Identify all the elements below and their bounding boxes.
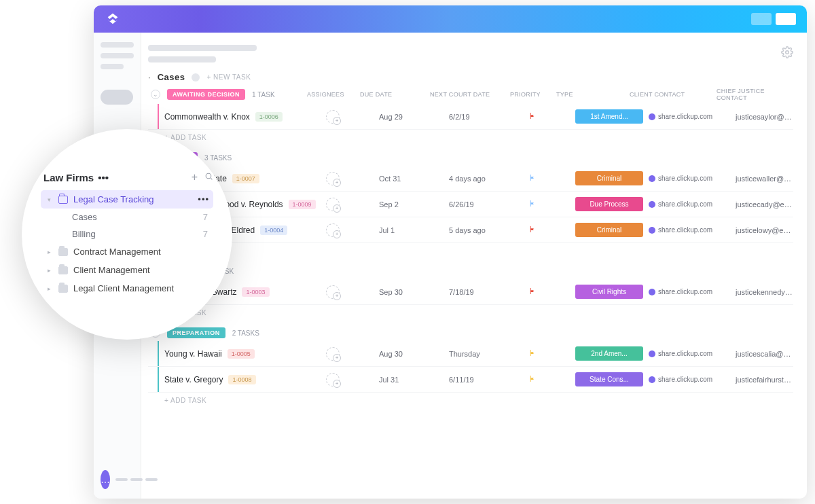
column-header[interactable]: CHIEF JUSTICE CONTACT (717, 88, 793, 101)
chief-justice-cell[interactable]: justicefairhurst@example.com (736, 376, 793, 384)
chief-justice-cell[interactable]: justicekennedy@example.com (736, 288, 793, 296)
sidebar-folder-item[interactable]: ▾ Legal Case Tracking ••• (41, 190, 213, 209)
court-date-cell[interactable]: Thursday (449, 350, 524, 358)
client-contact-cell[interactable]: share.clickup.com (649, 350, 730, 357)
type-pill[interactable]: Criminal (575, 223, 643, 237)
court-date-cell[interactable]: 6/26/19 (449, 200, 524, 209)
caret-icon[interactable]: ▾ (48, 196, 53, 203)
more-icon[interactable]: ••• (98, 172, 109, 183)
chat-icon[interactable]: … (101, 470, 110, 489)
column-header[interactable]: ASSIGNEES (307, 91, 355, 98)
task-id-badge[interactable]: 1-0009 (289, 200, 316, 209)
task-name[interactable]: State v. Gregory (164, 375, 223, 384)
type-pill[interactable]: Criminal (575, 171, 643, 185)
assignee-add-icon[interactable] (326, 285, 340, 299)
sidebar-list-item[interactable]: Cases7 (41, 209, 213, 226)
task-row[interactable]: Commonwealth v. Knox 1-0006 Aug 29 6/2/1… (148, 104, 793, 130)
chief-justice-cell[interactable]: justicewaller@example.com (736, 175, 793, 183)
court-date-cell[interactable]: 6/11/19 (449, 376, 524, 384)
priority-flag-icon[interactable] (529, 226, 570, 234)
add-icon[interactable]: + (192, 171, 198, 183)
court-date-cell[interactable]: 6/2/19 (449, 113, 524, 121)
sidebar-folder-item[interactable]: ▸ Legal Client Management (41, 279, 213, 298)
assignee-add-icon[interactable] (326, 198, 340, 211)
assignee-add-icon[interactable] (326, 172, 340, 185)
type-pill[interactable]: Due Process (575, 197, 643, 211)
collapse-caret-icon[interactable]: ⌄ (151, 90, 160, 99)
add-task-link[interactable]: + ADD TASK (148, 243, 793, 259)
settings-gear-icon[interactable] (781, 46, 793, 61)
client-contact-cell[interactable]: share.clickup.com (649, 113, 730, 120)
task-row[interactable]: Young v. Hawaii 1-0005 Aug 30 Thursday 2… (148, 341, 793, 367)
priority-flag-icon[interactable] (529, 375, 570, 384)
due-date-cell[interactable]: Jul 31 (379, 376, 443, 384)
client-contact-cell[interactable]: share.clickup.com (649, 288, 730, 295)
sidebar-list-item[interactable]: Billing7 (41, 226, 213, 242)
rail-pill[interactable] (101, 90, 133, 105)
priority-flag-icon[interactable] (529, 287, 570, 296)
due-date-cell[interactable]: Aug 29 (379, 113, 443, 121)
due-date-cell[interactable]: Oct 31 (379, 175, 443, 183)
type-pill[interactable]: 2nd Amen... (575, 346, 643, 361)
add-task-link[interactable]: + ADD TASK (148, 305, 793, 321)
chief-justice-cell[interactable]: justicescalia@example.com (736, 350, 793, 358)
more-icon[interactable]: ••• (198, 194, 209, 204)
chief-justice-cell[interactable]: justicesaylor@example.com (736, 113, 793, 121)
new-task-link[interactable]: + NEW TASK (206, 73, 251, 81)
type-pill[interactable]: 1st Amend... (575, 109, 643, 124)
column-header[interactable]: PRIORITY (510, 91, 551, 98)
court-date-cell[interactable]: 7/18/19 (449, 288, 524, 296)
add-task-link[interactable]: + ADD TASK (148, 130, 793, 145)
column-header[interactable]: DUE DATE (360, 91, 424, 98)
task-row[interactable]: Planned Parenthood v. Reynolds 1-0009 Se… (148, 192, 793, 217)
chief-justice-cell[interactable]: justicecady@example.com (736, 200, 793, 209)
task-id-badge[interactable]: 1-0007 (232, 174, 259, 183)
caret-icon[interactable]: ▸ (48, 285, 53, 292)
clickup-logo-icon[interactable] (105, 11, 121, 27)
due-date-cell[interactable]: Sep 30 (379, 288, 443, 296)
task-name[interactable]: Commonwealth v. Knox (164, 112, 250, 122)
window-toggle-1[interactable] (751, 13, 772, 25)
court-date-cell[interactable]: 5 days ago (449, 226, 524, 234)
list-title[interactable]: Cases (158, 72, 185, 82)
client-contact-cell[interactable]: share.clickup.com (649, 226, 730, 234)
info-icon[interactable] (192, 73, 200, 82)
assignee-add-icon[interactable] (326, 347, 340, 361)
task-row[interactable]: State v. Gregory 1-0008 Jul 31 6/11/19 S… (148, 367, 793, 393)
column-header[interactable]: TYPE (556, 91, 624, 98)
type-pill[interactable]: Civil Rights (575, 285, 643, 299)
priority-flag-icon[interactable] (529, 112, 570, 121)
type-pill[interactable]: State Cons... (575, 372, 643, 386)
add-task-link[interactable]: + ADD TASK (148, 393, 793, 408)
priority-flag-icon[interactable] (529, 200, 570, 209)
column-header[interactable]: CLIENT CONTACT (630, 91, 711, 98)
client-contact-cell[interactable]: share.clickup.com (649, 175, 730, 182)
task-row[interactable]: Chandler v. State 1-0007 Oct 31 4 days a… (148, 166, 793, 192)
chief-justice-cell[interactable]: justicelowy@example.com (736, 226, 793, 234)
due-date-cell[interactable]: Sep 2 (379, 200, 443, 209)
assignee-add-icon[interactable] (326, 373, 340, 386)
caret-icon[interactable]: ▸ (48, 267, 53, 274)
search-icon[interactable] (204, 171, 213, 183)
window-toggle-2[interactable] (776, 13, 796, 25)
task-id-badge[interactable]: 1-0008 (228, 375, 255, 384)
column-header[interactable]: NEXT COURT DATE (430, 91, 505, 98)
task-id-badge[interactable]: 1-0003 (242, 287, 269, 297)
space-title[interactable]: Law Firms ••• (43, 172, 109, 183)
task-row[interactable]: Commonwealth v. Eldred 1-0004 Jul 1 5 da… (148, 217, 793, 243)
due-date-cell[interactable]: Jul 1 (379, 226, 443, 234)
task-row[interactable]: Rodriguez v. Swartz 1-0003 Sep 30 7/18/1… (148, 279, 793, 305)
task-id-badge[interactable]: 1-0006 (255, 112, 283, 122)
due-date-cell[interactable]: Aug 30 (379, 350, 443, 358)
task-id-badge[interactable]: 1-0005 (228, 349, 255, 359)
status-pill[interactable]: AWAITING DECISION (167, 89, 245, 100)
client-contact-cell[interactable]: share.clickup.com (649, 200, 730, 208)
assignee-add-icon[interactable] (326, 223, 340, 237)
caret-icon[interactable]: ▸ (48, 249, 53, 255)
client-contact-cell[interactable]: share.clickup.com (649, 376, 730, 383)
priority-flag-icon[interactable] (529, 349, 570, 358)
task-id-badge[interactable]: 1-0004 (260, 226, 287, 235)
task-name[interactable]: Young v. Hawaii (164, 349, 222, 359)
status-pill[interactable]: PREPARATION (167, 327, 225, 338)
sidebar-folder-item[interactable]: ▸ Contract Management (41, 242, 213, 261)
